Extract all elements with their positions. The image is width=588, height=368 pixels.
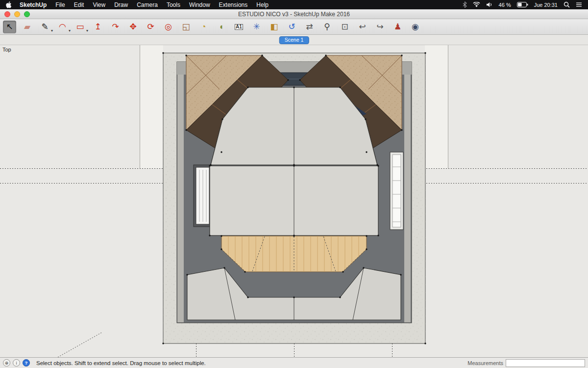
menu-bar: SketchUp FileEditViewDrawCameraToolsWind… — [0, 0, 588, 9]
menu-item[interactable]: View — [93, 1, 105, 8]
model-top-view[interactable] — [0, 45, 588, 357]
status-hint: Select objects. Shift to extend select. … — [36, 360, 206, 366]
scale-tool[interactable]: ◱▾ — [179, 21, 193, 33]
tool-icon: ↥ — [94, 23, 101, 31]
spotlight-icon[interactable] — [564, 1, 570, 8]
geolocation-icon[interactable]: ⊕ — [3, 359, 10, 367]
menu-item[interactable]: Edit — [74, 1, 84, 8]
menu-item[interactable]: Help — [256, 1, 269, 8]
arc-tool[interactable]: ◠▾ — [56, 21, 69, 33]
protractor-tool[interactable]: ◖▾ — [215, 21, 228, 33]
tool-icon: ✥ — [129, 23, 136, 31]
tool-icon: ◎ — [165, 23, 172, 31]
tool-icon: ◱ — [182, 23, 190, 31]
rotate-tool[interactable]: ⟳▾ — [144, 21, 157, 33]
dropdown-caret-icon[interactable]: ▾ — [51, 28, 53, 33]
menu-status-area: 46 % Jue 20:31 — [463, 1, 582, 8]
tool-icon: ♟ — [394, 23, 401, 31]
tool-icon: ◧ — [270, 23, 278, 31]
text-tool[interactable]: A1▾ — [232, 21, 245, 33]
tool-icon: ✎ — [41, 23, 48, 31]
menu-items: FileEditViewDrawCameraToolsWindowExtensi… — [55, 1, 269, 8]
measurements-input[interactable] — [506, 359, 585, 367]
menu-app-name[interactable]: SketchUp — [20, 1, 47, 8]
tool-icon: ↷ — [112, 23, 119, 31]
menu-item[interactable]: Camera — [137, 1, 158, 8]
notification-center-icon[interactable] — [576, 2, 582, 7]
zoom-extents-tool[interactable]: ⊡▾ — [338, 21, 351, 33]
zoom-button[interactable] — [24, 11, 30, 17]
eraser-tool[interactable]: ▰▾ — [21, 21, 34, 33]
viewport[interactable]: Top — [0, 45, 588, 357]
toolbar: ↖▾▰▾✎▾◠▾▭▾↥▾↷▾✥▾⟳▾◎▾◱▾◔▾◖▾A1▾✳▾◧▾↺▾⇄▾⚲▾⊡… — [0, 19, 588, 35]
sketchup-window: SketchUp FileEditViewDrawCameraToolsWind… — [0, 0, 588, 368]
tool-icon: ↪ — [376, 23, 383, 31]
move-tool[interactable]: ✥▾ — [126, 21, 140, 33]
menu-item[interactable]: Window — [189, 1, 210, 8]
tool-icon: ↺ — [288, 23, 295, 31]
tool-icon: ↩ — [359, 23, 366, 31]
wood-floor — [221, 236, 367, 272]
orbit-tool[interactable]: ↺▾ — [285, 21, 298, 33]
battery-icon — [517, 2, 528, 7]
tool-icon: ◔ — [201, 23, 206, 31]
menu-item[interactable]: Draw — [114, 1, 128, 8]
scene-tab[interactable]: Scene 1 — [279, 36, 309, 44]
follow-me-tool[interactable]: ↷▾ — [109, 21, 122, 33]
pan-tool[interactable]: ⇄▾ — [303, 21, 316, 33]
select-tool[interactable]: ↖▾ — [3, 21, 16, 33]
scene-tab-bar: Scene 1 — [0, 35, 588, 45]
bluetooth-icon[interactable] — [463, 1, 467, 8]
dropdown-caret-icon[interactable]: ▾ — [86, 28, 88, 33]
tool-icon: ▭ — [76, 23, 84, 31]
tape-measure-tool[interactable]: ◔▾ — [197, 21, 210, 33]
dropdown-caret-icon[interactable]: ▾ — [69, 28, 71, 33]
title-bar: ESTUDIO NICO v3 - SketchUp Make 2016 — [0, 9, 588, 19]
menu-item[interactable]: Extensions — [219, 1, 248, 8]
apple-menu-icon[interactable] — [6, 1, 12, 8]
minimize-button[interactable] — [14, 11, 20, 17]
rectangle-tool[interactable]: ▭▾ — [74, 21, 87, 33]
tool-icon: ◉ — [412, 23, 419, 31]
menu-item[interactable]: File — [55, 1, 65, 8]
line-tool[interactable]: ✎▾ — [38, 21, 51, 33]
push-pull-tool[interactable]: ↥▾ — [91, 21, 104, 33]
next-view-tool[interactable]: ↪▾ — [373, 21, 387, 33]
right-wall-panel — [390, 152, 403, 230]
menu-clock[interactable]: Jue 20:31 — [534, 2, 558, 8]
tool-icon: ⇄ — [306, 23, 313, 31]
ceiling-cloud — [210, 87, 378, 236]
tool-icon: ▰ — [24, 23, 30, 31]
tool-icon: ◠ — [59, 23, 66, 31]
tool-icon: ⊡ — [341, 23, 348, 31]
left-wall-panel — [194, 165, 212, 227]
menu-item[interactable]: Tools — [167, 1, 180, 8]
tool-icon: ✳ — [253, 23, 260, 31]
window-title: ESTUDIO NICO v3 - SketchUp Make 2016 — [238, 11, 350, 18]
close-button[interactable] — [4, 11, 10, 17]
tool-icon: A1 — [235, 24, 243, 30]
help-icon[interactable]: ? — [23, 359, 30, 367]
measurements-label: Measurements — [467, 360, 503, 366]
volume-icon[interactable] — [486, 2, 493, 7]
previous-view-tool[interactable]: ↩▾ — [356, 21, 369, 33]
look-around-tool[interactable]: ◉▾ — [409, 21, 422, 33]
zoom-tool[interactable]: ⚲▾ — [320, 21, 334, 33]
offset-tool[interactable]: ◎▾ — [162, 21, 175, 33]
position-camera-tool[interactable]: ♟▾ — [391, 21, 404, 33]
view-name-label: Top — [2, 47, 11, 53]
status-bar: ⊕ i ? Select objects. Shift to extend se… — [0, 357, 588, 368]
tool-icon: ◖ — [219, 23, 223, 31]
paint-bucket-tool[interactable]: ◧▾ — [268, 21, 281, 33]
battery-percent: 46 % — [499, 2, 511, 8]
window-controls — [4, 11, 30, 17]
wifi-icon[interactable] — [473, 2, 480, 7]
axes-tool[interactable]: ✳▾ — [250, 21, 263, 33]
credits-icon[interactable]: i — [13, 359, 20, 367]
studio-model[interactable] — [163, 53, 425, 343]
tool-icon: ⚲ — [324, 23, 330, 31]
tool-icon: ↖ — [6, 23, 13, 31]
tool-icon: ⟳ — [147, 23, 154, 31]
